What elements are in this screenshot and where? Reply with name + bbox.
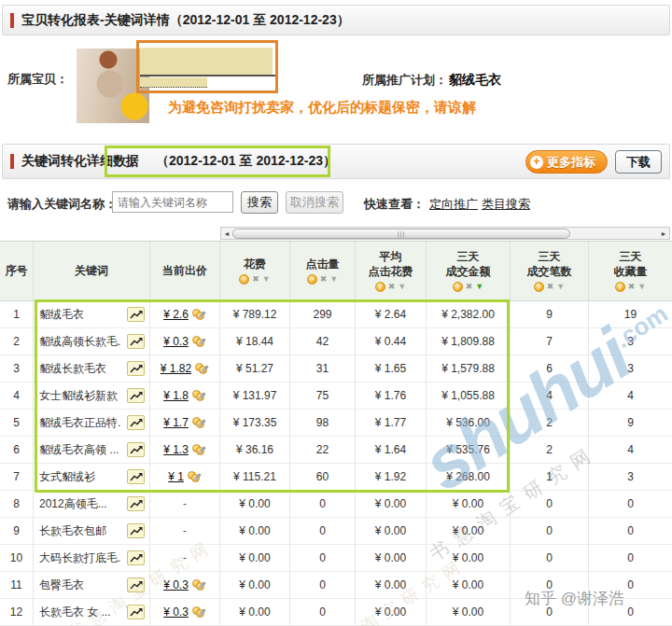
column-sort-icons: ?✖▼ bbox=[307, 274, 338, 285]
row-index-cell: 3 bbox=[0, 355, 34, 382]
keyword-text: 女士貂绒衫新款 bbox=[39, 388, 118, 404]
bid-empty-dash: - bbox=[183, 497, 187, 510]
help-icon[interactable]: ? bbox=[239, 274, 249, 285]
clear-sort-icon[interactable]: ✖ bbox=[628, 282, 636, 292]
row-index-cell: 8 bbox=[0, 491, 34, 517]
column-header-clicks[interactable]: 点击量?✖▼ bbox=[290, 242, 356, 300]
keyword-text: 貂绒毛衣正品特... bbox=[39, 415, 121, 431]
edit-bid-icon[interactable] bbox=[191, 416, 206, 429]
edit-bid-icon[interactable] bbox=[191, 335, 206, 348]
bid-value-link[interactable]: ¥ 0.3 bbox=[163, 335, 189, 348]
trend-chart-icon[interactable] bbox=[127, 577, 145, 592]
trend-chart-icon[interactable] bbox=[127, 605, 145, 619]
table-row: 10大码长款打底毛...-¥ 0.000¥ 0.00¥ 0.0000 bbox=[0, 545, 672, 572]
table-row: 9长款毛衣包邮-¥ 0.000¥ 0.00¥ 0.0000 bbox=[0, 518, 672, 545]
page-title: 宝贝转化报表-关键词详情（2012-12-01 至 2012-12-23） bbox=[21, 12, 350, 29]
bid-cell: ¥ 0.3 bbox=[150, 328, 220, 355]
column-label: 序号 bbox=[6, 264, 28, 278]
edit-bid-icon[interactable] bbox=[191, 605, 206, 619]
trend-chart-icon[interactable] bbox=[127, 496, 145, 511]
keyword-text: 貂绒高领长款毛... bbox=[39, 334, 121, 350]
favorites-cell: 0 bbox=[589, 599, 672, 625]
bid-value-link[interactable]: ¥ 1.8 bbox=[163, 389, 189, 402]
clear-sort-icon[interactable]: ✖ bbox=[466, 282, 473, 292]
column-label: 成交笔数 bbox=[527, 265, 572, 279]
table-row: 6貂绒毛衣高领 ...¥ 1.3¥ 36.1622¥ 1.64¥ 535.762… bbox=[0, 437, 672, 464]
trend-chart-icon[interactable] bbox=[127, 469, 145, 484]
column-header-pay-count-3day[interactable]: 三天成交笔数?✖▼ bbox=[511, 242, 589, 300]
search-button[interactable]: 搜索 bbox=[241, 191, 278, 214]
edit-bid-icon[interactable] bbox=[194, 362, 209, 375]
help-icon[interactable]: ? bbox=[307, 274, 317, 285]
quick-link-targeted-promo[interactable]: 定向推广 bbox=[429, 196, 478, 213]
cost-cell: ¥ 36.16 bbox=[220, 437, 290, 463]
keyword-cell: 貂绒长款毛衣 bbox=[34, 355, 150, 382]
bid-value-link[interactable]: ¥ 1 bbox=[168, 470, 184, 483]
sort-desc-icon[interactable]: ▼ bbox=[262, 274, 271, 285]
edit-bid-icon[interactable] bbox=[191, 443, 206, 456]
edit-bid-icon[interactable] bbox=[191, 308, 206, 321]
more-metrics-label: 更多指标 bbox=[547, 154, 595, 171]
column-header-favorites-3day[interactable]: 三天收藏量?✖▼ bbox=[589, 242, 672, 300]
quick-link-category-search[interactable]: 类目搜索 bbox=[482, 196, 530, 213]
bid-value-link[interactable]: ¥ 1.7 bbox=[163, 416, 189, 429]
bid-cell: ¥ 1.8 bbox=[150, 383, 220, 409]
avg-click-cost-cell: ¥ 0.00 bbox=[356, 518, 427, 544]
pay-amount-cell: ¥ 0.00 bbox=[427, 545, 511, 571]
trend-chart-icon[interactable] bbox=[127, 442, 145, 457]
keyword-text: 2012高领毛... bbox=[39, 496, 107, 512]
help-icon[interactable]: ? bbox=[615, 282, 625, 292]
pay-amount-cell: ¥ 1,579.88 bbox=[427, 355, 511, 382]
scroll-right-arrow-icon[interactable]: ► bbox=[658, 228, 669, 239]
bid-cell: ¥ 1 bbox=[150, 464, 220, 490]
trend-chart-icon[interactable] bbox=[127, 307, 145, 322]
scrollbar-thumb[interactable]: ||| bbox=[232, 229, 570, 239]
bid-value-link[interactable]: ¥ 2.6 bbox=[163, 308, 189, 321]
trend-chart-icon[interactable] bbox=[127, 415, 145, 430]
title-accent-marker bbox=[10, 13, 14, 28]
pay-count-cell: 9 bbox=[511, 301, 589, 327]
sort-desc-icon[interactable]: ▼ bbox=[329, 274, 338, 285]
cancel-search-button[interactable]: 取消搜索 bbox=[286, 191, 343, 214]
trend-chart-icon[interactable] bbox=[127, 550, 145, 565]
pay-count-cell: 2 bbox=[511, 410, 589, 436]
help-icon[interactable]: ? bbox=[453, 282, 463, 292]
column-sort-icons: ?✖▼ bbox=[534, 282, 565, 292]
column-header-avg-click-cost[interactable]: 平均点击花费?✖▼ bbox=[356, 242, 427, 300]
edit-bid-icon[interactable] bbox=[187, 470, 202, 483]
bid-value-link[interactable]: ¥ 1.3 bbox=[163, 443, 189, 456]
bid-value-link[interactable]: ¥ 0.3 bbox=[163, 578, 189, 591]
keyword-text: 大码长款打底毛... bbox=[39, 550, 121, 566]
bid-value-link[interactable]: ¥ 0.3 bbox=[163, 605, 189, 619]
clear-sort-icon[interactable]: ✖ bbox=[547, 282, 554, 292]
column-header-cost[interactable]: 花费?✖▼ bbox=[220, 242, 290, 300]
trend-chart-icon[interactable] bbox=[127, 523, 145, 538]
keyword-search-input[interactable] bbox=[112, 191, 233, 213]
trend-chart-icon[interactable] bbox=[127, 334, 145, 349]
keyword-cell: 2012高领毛... bbox=[34, 491, 150, 517]
help-icon[interactable]: ? bbox=[375, 282, 385, 292]
keyword-cell: 貂绒毛衣正品特... bbox=[34, 410, 150, 436]
sort-desc-icon[interactable]: ▼ bbox=[398, 282, 406, 292]
column-header-pay-amount-3day[interactable]: 三天成交金额?✖▼ bbox=[427, 242, 511, 300]
section-title: 关键词转化详细数据 bbox=[21, 153, 139, 170]
clear-sort-icon[interactable]: ✖ bbox=[388, 282, 396, 292]
more-metrics-button[interactable]: + 更多指标 bbox=[525, 150, 608, 174]
owner-product-label: 所属宝贝： bbox=[7, 71, 68, 88]
trend-chart-icon[interactable] bbox=[127, 361, 145, 376]
edit-bid-icon[interactable] bbox=[191, 578, 206, 591]
download-button[interactable]: 下载 bbox=[615, 150, 662, 174]
scroll-left-arrow-icon[interactable]: ◄ bbox=[221, 228, 232, 239]
trend-chart-icon[interactable] bbox=[127, 388, 145, 403]
help-icon[interactable]: ? bbox=[534, 282, 544, 292]
bid-value-link[interactable]: ¥ 1.82 bbox=[161, 362, 191, 375]
edit-bid-icon[interactable] bbox=[191, 389, 206, 402]
sort-desc-icon[interactable]: ▼ bbox=[637, 282, 646, 292]
sort-desc-icon[interactable]: ▼ bbox=[556, 282, 565, 292]
clear-sort-icon[interactable]: ✖ bbox=[252, 274, 259, 285]
horizontal-scrollbar[interactable]: ◄ ||| ► bbox=[220, 227, 670, 240]
clear-sort-icon[interactable]: ✖ bbox=[320, 274, 328, 285]
row-index-cell: 9 bbox=[0, 518, 34, 544]
row-index-cell: 10 bbox=[0, 545, 34, 571]
sort-desc-active-icon[interactable]: ▼ bbox=[475, 282, 483, 292]
